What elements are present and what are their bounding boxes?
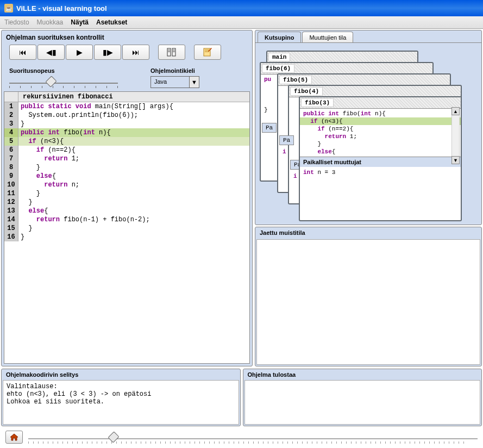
bottom-area: Ohjelmakoodirivin selitys Valintalause: … <box>0 368 483 427</box>
stack-frame-fibo3-top[interactable]: fibo(3) public int fibo(int n){ if (n<3)… <box>299 96 462 221</box>
step-back-button[interactable]: ◀▮ <box>37 45 65 60</box>
code-line[interactable]: 11 } <box>4 189 249 198</box>
code-line[interactable]: 10 return n; <box>4 181 249 189</box>
frame-title: main <box>268 53 290 61</box>
explanation-body: Valintalause: ehto (n<3), eli (3 < 3) ->… <box>3 380 239 425</box>
fast-forward-button[interactable]: ⏭ <box>122 45 149 60</box>
locals-header: Paikalliset muuttujat <box>300 157 461 167</box>
home-icon <box>10 433 18 441</box>
code-title: rekursiivinen fibonacci <box>18 92 249 102</box>
tab-variables[interactable]: Muuttujien tila <box>302 32 353 43</box>
code-line[interactable]: 2 System.out.println(fibo(6)); <box>4 111 249 120</box>
output-panel: Ohjelma tulostaa <box>243 369 482 426</box>
lang-label: Ohjelmointikieli <box>150 67 199 74</box>
window-titlebar: ☕ ViLLE - visual learning tool <box>0 0 483 16</box>
compare-icon <box>167 48 177 57</box>
controls-row: ⏮ ◀▮ ▶ ▮▶ ⏭ <box>2 45 252 64</box>
code-line[interactable]: 16} <box>4 233 249 241</box>
step-forward-button[interactable]: ▮▶ <box>94 45 121 60</box>
menu-file[interactable]: Tiedosto <box>4 18 29 26</box>
compare-button[interactable] <box>158 45 185 60</box>
svg-rect-6 <box>204 48 210 56</box>
shared-memory-panel: Jaettu muistitila <box>255 227 482 366</box>
callstack-panel: Kutsupino Muuttujien tila main fibo(6) p… <box>255 30 482 225</box>
code-line[interactable]: 7 return 1; <box>4 154 249 163</box>
progress-slider[interactable] <box>28 432 478 443</box>
code-line[interactable]: 9 else{ <box>4 172 249 181</box>
code-line[interactable]: 8 } <box>4 163 249 172</box>
code-line[interactable]: 13 else{ <box>4 207 249 215</box>
peek-pa2: Pa <box>279 135 294 145</box>
svg-rect-1 <box>172 48 175 56</box>
code-line[interactable]: 4public int fibo(int n){ <box>4 128 249 137</box>
play-button[interactable]: ▶ <box>66 45 93 60</box>
tab-callstack[interactable]: Kutsupino <box>258 32 301 43</box>
code-line[interactable]: 15 } <box>4 224 249 233</box>
callstack-content: main fibo(6) pu } fibo(5) fibo(4) Pa Pa … <box>255 42 481 225</box>
frame-title: fibo(4) <box>290 87 323 96</box>
explanation-panel: Ohjelmakoodirivin selitys Valintalause: … <box>1 369 241 426</box>
controls-title: Ohjelman suorituksen kontrollit <box>2 30 252 45</box>
frame-title: fibo(3) <box>301 98 334 107</box>
explanation-title: Ohjelmakoodirivin selitys <box>2 369 240 380</box>
left-panel: Ohjelman suorituksen kontrollit ⏮ ◀▮ ▶ ▮… <box>1 30 253 366</box>
speed-label: Suoritusnopeus <box>9 67 118 74</box>
code-line[interactable]: 5 if (n<3){ <box>4 137 249 146</box>
window-title: ViLLE - visual learning tool <box>16 4 107 13</box>
language-select[interactable]: Java ▼ <box>150 76 199 88</box>
peek-pa: Pa <box>262 123 277 133</box>
menu-view[interactable]: Näytä <box>71 18 89 26</box>
dropdown-icon[interactable]: ▼ <box>189 77 199 88</box>
locals-body: int n = 3 <box>300 167 461 178</box>
shared-memory-body <box>256 239 480 365</box>
lang-col: Ohjelmointikieli Java ▼ <box>150 67 199 88</box>
scroll-down-icon[interactable]: ▼ <box>451 156 460 164</box>
home-button[interactable] <box>5 431 23 444</box>
scrollbar-track[interactable] <box>451 115 460 156</box>
right-panel: Kutsupino Muuttujien tila main fibo(6) p… <box>255 30 482 366</box>
scroll-up-icon[interactable]: ▲ <box>451 107 460 115</box>
svg-rect-0 <box>167 48 171 56</box>
config-row: Suoritusnopeus Ohjelmointikieli Java ▼ <box>2 64 252 91</box>
edit-document-icon <box>203 48 212 57</box>
edit-document-button[interactable] <box>194 45 221 60</box>
code-line[interactable]: 3} <box>4 120 249 128</box>
code-line[interactable]: 12 } <box>4 198 249 207</box>
menubar: Tiedosto Muokkaa Näytä Asetukset <box>0 16 483 29</box>
frame-title: fibo(6) <box>262 64 294 73</box>
peek-i: i <box>279 147 290 156</box>
main-area: Ohjelman suorituksen kontrollit ⏮ ◀▮ ▶ ▮… <box>0 29 483 368</box>
tab-row: Kutsupino Muuttujien tila <box>255 30 481 43</box>
shared-memory-title: Jaettu muistitila <box>255 227 481 238</box>
language-value: Java <box>151 77 189 88</box>
footer <box>0 427 483 447</box>
speed-slider[interactable] <box>9 76 118 87</box>
menu-settings[interactable]: Asetukset <box>96 18 127 26</box>
output-title: Ohjelma tulostaa <box>243 369 482 380</box>
code-line[interactable]: 6 if (n==2){ <box>4 146 249 154</box>
menu-edit[interactable]: Muokkaa <box>37 18 64 26</box>
code-line[interactable]: 14 return fibo(n-1) + fibo(n-2); <box>4 215 249 224</box>
code-editor: rekursiivinen fibonacci 1public static v… <box>4 91 250 364</box>
frame-title: fibo(5) <box>279 76 312 84</box>
java-icon: ☕ <box>4 4 13 13</box>
rewind-button[interactable]: ⏮ <box>9 45 36 60</box>
speed-col: Suoritusnopeus <box>9 67 118 87</box>
output-body <box>244 380 481 425</box>
code-line[interactable]: 1public static void main(String[] args){ <box>4 102 249 111</box>
